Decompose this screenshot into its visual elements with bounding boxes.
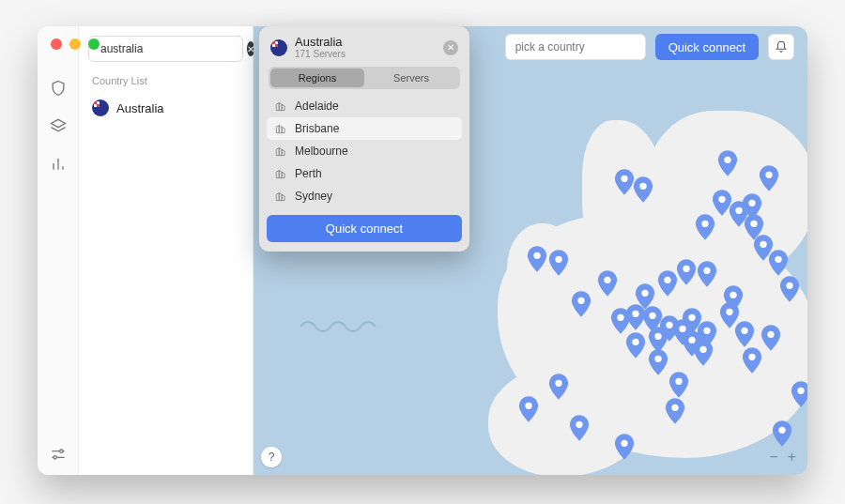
svg-point-23 bbox=[683, 266, 689, 272]
popover-close-icon[interactable]: ✕ bbox=[443, 40, 458, 55]
shield-icon[interactable] bbox=[49, 79, 68, 98]
map-pin[interactable] bbox=[760, 325, 781, 351]
map-pin[interactable] bbox=[614, 434, 635, 460]
map-pin[interactable] bbox=[772, 420, 792, 447]
zoom-in-button[interactable]: + bbox=[788, 449, 796, 466]
map-pin[interactable] bbox=[648, 349, 668, 375]
notifications-button[interactable] bbox=[768, 34, 794, 60]
map-pin[interactable] bbox=[657, 270, 678, 297]
map-pin[interactable] bbox=[571, 291, 592, 317]
tab-servers[interactable]: Servers bbox=[364, 69, 458, 87]
region-item-melbourne[interactable]: Melbourne bbox=[267, 140, 462, 162]
map-pin[interactable] bbox=[717, 150, 738, 176]
region-label: Perth bbox=[295, 167, 322, 180]
flag-australia-icon bbox=[270, 39, 287, 56]
country-list-item-australia[interactable]: Australia bbox=[88, 94, 243, 122]
svg-point-35 bbox=[741, 328, 747, 334]
country-popover: Australia 171 Servers ✕ Regions Servers … bbox=[259, 26, 469, 252]
close-window-icon[interactable] bbox=[51, 38, 62, 50]
map-pin[interactable] bbox=[768, 250, 789, 276]
svg-point-22 bbox=[664, 277, 670, 283]
svg-point-12 bbox=[641, 290, 648, 297]
zoom-controls: − + bbox=[769, 449, 796, 466]
map-pin[interactable] bbox=[633, 176, 653, 203]
svg-point-6 bbox=[555, 256, 561, 263]
svg-point-15 bbox=[654, 356, 661, 362]
map-pin[interactable] bbox=[695, 214, 715, 240]
settings-sliders-icon[interactable] bbox=[49, 445, 68, 464]
svg-point-47 bbox=[797, 388, 804, 394]
svg-point-44 bbox=[675, 378, 682, 385]
svg-point-30 bbox=[760, 241, 766, 248]
svg-point-5 bbox=[533, 252, 540, 259]
region-item-sydney[interactable]: Sydney bbox=[267, 185, 462, 207]
svg-point-42 bbox=[576, 421, 582, 428]
search-box[interactable]: ✕ bbox=[88, 36, 243, 62]
svg-point-37 bbox=[767, 331, 774, 338]
map-pin[interactable] bbox=[697, 321, 717, 347]
svg-point-13 bbox=[649, 313, 655, 319]
region-list: AdelaideBrisbaneMelbournePerthSydney bbox=[267, 95, 462, 207]
search-input[interactable] bbox=[100, 42, 241, 55]
quick-connect-button[interactable]: Quick connect bbox=[655, 34, 759, 60]
map-pin[interactable] bbox=[759, 165, 779, 191]
svg-point-8 bbox=[604, 277, 610, 283]
popover-quick-connect-button[interactable]: Quick connect bbox=[267, 215, 462, 242]
svg-point-33 bbox=[730, 292, 736, 298]
map-pin[interactable] bbox=[665, 398, 685, 424]
map-pin[interactable] bbox=[742, 347, 762, 374]
svg-point-36 bbox=[748, 354, 755, 360]
city-icon bbox=[274, 167, 287, 180]
region-item-brisbane[interactable]: Brisbane bbox=[267, 117, 462, 140]
svg-point-21 bbox=[703, 328, 710, 334]
map-pin[interactable] bbox=[697, 261, 717, 287]
layers-icon[interactable] bbox=[49, 116, 68, 135]
tab-regions[interactable]: Regions bbox=[270, 69, 364, 87]
svg-point-43 bbox=[621, 440, 627, 447]
popover-header: Australia 171 Servers ✕ bbox=[267, 34, 462, 65]
svg-point-32 bbox=[765, 172, 772, 178]
svg-point-25 bbox=[701, 221, 708, 227]
map-pin[interactable] bbox=[548, 250, 569, 276]
stats-icon[interactable] bbox=[49, 154, 68, 173]
svg-point-3 bbox=[621, 176, 627, 182]
country-label: Australia bbox=[116, 101, 164, 115]
svg-point-1 bbox=[54, 456, 56, 459]
map-pin[interactable] bbox=[625, 332, 646, 359]
map-pin[interactable] bbox=[614, 169, 635, 195]
bell-icon bbox=[775, 40, 788, 53]
map-pin[interactable] bbox=[734, 321, 755, 347]
city-icon bbox=[274, 122, 287, 135]
region-item-perth[interactable]: Perth bbox=[267, 162, 462, 185]
region-label: Brisbane bbox=[295, 122, 339, 135]
svg-point-34 bbox=[726, 309, 732, 315]
map-pin[interactable] bbox=[518, 396, 539, 422]
region-item-adelaide[interactable]: Adelaide bbox=[267, 95, 462, 117]
nav-rail bbox=[38, 26, 79, 475]
svg-point-9 bbox=[617, 314, 623, 321]
map-pin[interactable] bbox=[779, 276, 800, 302]
window-controls bbox=[51, 38, 100, 50]
maximize-window-icon[interactable] bbox=[88, 38, 100, 50]
popover-subtitle: 171 Servers bbox=[295, 49, 346, 59]
map-pin[interactable] bbox=[527, 246, 547, 272]
svg-point-40 bbox=[555, 380, 561, 387]
map-pin[interactable] bbox=[597, 270, 618, 297]
map-pin[interactable] bbox=[548, 374, 569, 400]
country-list-heading: Country List bbox=[88, 75, 243, 86]
svg-point-26 bbox=[718, 196, 725, 203]
flag-australia-icon bbox=[92, 99, 109, 116]
minimize-window-icon[interactable] bbox=[69, 38, 81, 50]
map-pin[interactable] bbox=[791, 381, 807, 407]
help-button[interactable]: ? bbox=[261, 447, 282, 467]
svg-point-0 bbox=[59, 450, 62, 452]
map-pin[interactable] bbox=[676, 259, 697, 285]
popover-tabs: Regions Servers bbox=[269, 67, 460, 89]
svg-point-38 bbox=[775, 256, 781, 263]
zoom-out-button[interactable]: − bbox=[769, 449, 777, 466]
map-pin[interactable] bbox=[668, 372, 689, 398]
country-picker-label: pick a country bbox=[515, 40, 585, 53]
sidebar: ✕ Country List Australia bbox=[79, 26, 254, 475]
country-picker[interactable]: pick a country bbox=[505, 34, 646, 60]
map-pin[interactable] bbox=[569, 415, 590, 441]
